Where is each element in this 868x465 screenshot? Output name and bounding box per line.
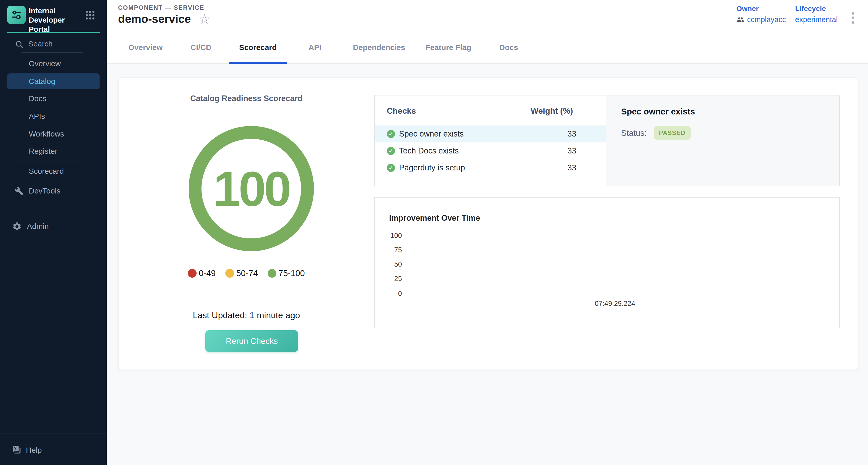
flow-logo-icon (10, 9, 22, 21)
tab-overview[interactable]: Overview (128, 32, 162, 63)
sidebar-item-help[interactable]: ? Help (0, 442, 118, 458)
lifecycle-block: Lifecycle experimental (795, 5, 838, 24)
app-logo (7, 6, 26, 24)
check-passed-icon: ✓ (387, 130, 395, 138)
checks-table: Checks Weight (%) ✓Spec owner exists 33 … (375, 95, 606, 186)
legend-dot-green (268, 269, 276, 278)
sidebar: Internal Developer Portal Search Overvie… (0, 0, 107, 465)
nav-divider (0, 433, 107, 433)
legend-item-mid: 50-74 (225, 269, 258, 278)
check-detail-title: Spec owner exists (621, 107, 695, 117)
legend-dot-yellow (225, 269, 234, 278)
weight-column-header: Weight (%) (524, 106, 580, 116)
status-badge: PASSED (654, 126, 691, 140)
group-icon (736, 16, 745, 24)
rerun-checks-button[interactable]: Rerun Checks (205, 330, 298, 352)
y-tick: 100 (380, 232, 402, 240)
page-title: demo-service (118, 12, 191, 25)
scorecard-title: Catalog Readiness Scorecard (119, 94, 374, 103)
y-tick: 25 (380, 275, 402, 283)
score-value: 100 (213, 160, 289, 217)
screen: Internal Developer Portal Search Overvie… (0, 0, 868, 465)
sidebar-item-devtools[interactable]: DevTools (0, 183, 121, 199)
improvement-chart: Improvement Over Time 100 75 50 25 0 07:… (374, 197, 840, 328)
sidebar-accent-divider (7, 32, 100, 33)
check-row-tech-docs[interactable]: ✓Tech Docs exists 33 (375, 143, 606, 159)
gear-icon (12, 221, 22, 231)
tab-dependencies[interactable]: Dependencies (353, 32, 405, 63)
app-title: Internal Developer Portal (29, 6, 88, 34)
star-icon[interactable]: ☆ (199, 12, 211, 26)
checks-column-header: Checks (387, 106, 416, 116)
nav-divider (7, 209, 100, 209)
wrench-icon (14, 186, 24, 195)
tab-content: Catalog Readiness Scorecard 100 0-49 50-… (107, 64, 868, 465)
y-tick: 50 (380, 260, 402, 269)
entity-tabs: Overview CI/CD Scorecard API Dependencie… (107, 32, 868, 64)
sidebar-item-workflows[interactable]: Workflows (0, 126, 107, 142)
owner-label: Owner (736, 5, 786, 13)
svg-text:?: ? (14, 446, 17, 451)
owner-block: Owner ccmplayacc (736, 5, 786, 24)
lifecycle-value: experimental (795, 16, 838, 24)
nav-divider (16, 161, 84, 161)
kebab-menu-icon[interactable] (850, 10, 856, 25)
check-passed-icon: ✓ (387, 147, 395, 155)
y-tick: 75 (380, 246, 402, 254)
breadcrumb: COMPONENT — SERVICE (118, 4, 204, 11)
legend-item-high: 75-100 (268, 269, 305, 278)
nav-divider (16, 181, 84, 181)
tab-docs[interactable]: Docs (499, 32, 518, 63)
scorecard-card: Catalog Readiness Scorecard 100 0-49 50-… (118, 78, 858, 370)
check-row-pagerduty[interactable]: ✓Pagerduty is setup 33 (375, 159, 606, 176)
y-tick: 0 (380, 290, 402, 298)
tab-api[interactable]: API (309, 32, 321, 63)
sidebar-item-overview[interactable]: Overview (0, 56, 107, 71)
lifecycle-label: Lifecycle (795, 5, 838, 13)
search-icon (15, 40, 24, 49)
sidebar-item-docs[interactable]: Docs (0, 91, 107, 106)
last-updated-text: Last Updated: 1 minute ago (119, 310, 374, 320)
check-passed-icon: ✓ (387, 164, 395, 172)
x-tick: 07:49:29.224 (587, 300, 643, 308)
main-area: COMPONENT — SERVICE demo-service ☆ Owner… (107, 0, 868, 465)
apps-grid-icon[interactable] (86, 11, 94, 20)
checks-panel: Checks Weight (%) ✓Spec owner exists 33 … (374, 95, 840, 186)
search-label: Search (28, 39, 53, 48)
legend-dot-red (188, 269, 196, 278)
check-detail-panel: Spec owner exists Status: PASSED (606, 95, 839, 186)
tab-cicd[interactable]: CI/CD (190, 32, 212, 63)
status-label: Status: (621, 128, 647, 138)
chart-title: Improvement Over Time (389, 214, 480, 223)
legend-item-low: 0-49 (188, 269, 216, 278)
score-gauge: 100 (189, 126, 314, 251)
tab-feature-flag[interactable]: Feature Flag (426, 32, 471, 63)
sidebar-search[interactable]: Search (0, 38, 107, 50)
sidebar-item-scorecard[interactable]: Scorecard (0, 163, 107, 179)
tab-scorecard[interactable]: Scorecard (239, 32, 277, 63)
sidebar-item-register[interactable]: Register (0, 143, 107, 159)
sidebar-item-admin[interactable]: Admin (0, 218, 119, 234)
sidebar-item-apis[interactable]: APIs (0, 108, 107, 124)
help-chat-icon: ? (11, 445, 22, 456)
owner-value-link[interactable]: ccmplayacc (747, 16, 786, 24)
search-divider (22, 52, 83, 53)
sidebar-item-catalog[interactable]: Catalog (7, 73, 100, 89)
entity-header: COMPONENT — SERVICE demo-service ☆ Owner… (107, 0, 868, 32)
score-legend: 0-49 50-74 75-100 (119, 269, 374, 278)
check-row-spec-owner[interactable]: ✓Spec owner exists 33 (375, 125, 606, 143)
